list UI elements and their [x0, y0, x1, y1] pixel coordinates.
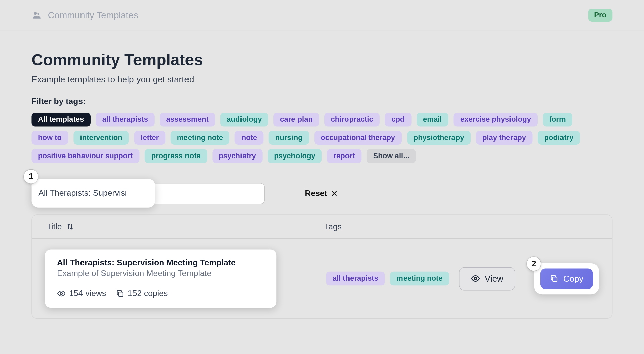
- sort-icon: [66, 223, 74, 230]
- step-badge-1: 1: [23, 169, 38, 184]
- filter-tag[interactable]: psychiatry: [212, 149, 262, 163]
- filter-tag[interactable]: form: [543, 113, 572, 127]
- svg-point-0: [34, 12, 37, 15]
- filter-label: Filter by tags:: [31, 97, 612, 106]
- filter-tag[interactable]: positive behaviour support: [31, 149, 139, 163]
- filter-tag[interactable]: occupational therapy: [314, 131, 402, 145]
- filter-tag[interactable]: intervention: [73, 131, 129, 145]
- filter-tag[interactable]: play therapy: [476, 131, 533, 145]
- copy-button-highlight: 2 Copy: [534, 263, 599, 294]
- search-input-highlight: 1: [31, 179, 155, 208]
- column-header-tags: Tags: [324, 222, 342, 232]
- filter-tag[interactable]: note: [235, 131, 264, 145]
- svg-point-2: [60, 292, 62, 294]
- filter-tag[interactable]: how to: [31, 131, 68, 145]
- svg-rect-5: [553, 277, 557, 281]
- template-title: All Therapists: Supervision Meeting Temp…: [57, 258, 264, 268]
- filter-tag[interactable]: podiatry: [538, 131, 580, 145]
- reset-button[interactable]: Reset: [305, 189, 338, 198]
- eye-icon: [57, 289, 66, 298]
- close-icon: [331, 190, 338, 197]
- table-row: All Therapists: Supervision Meeting Temp…: [32, 239, 612, 318]
- people-icon: [31, 10, 42, 20]
- filter-tag[interactable]: psychology: [268, 149, 322, 163]
- filter-tag[interactable]: physiotherapy: [407, 131, 471, 145]
- filter-tag[interactable]: meeting note: [170, 131, 229, 145]
- svg-point-4: [474, 277, 477, 280]
- filter-tag[interactable]: Show all...: [367, 149, 416, 163]
- svg-point-1: [37, 13, 39, 15]
- filter-tag[interactable]: audiology: [220, 113, 268, 127]
- breadcrumb: Community Templates: [48, 10, 138, 20]
- page-subtitle: Example templates to help you get starte…: [31, 75, 612, 85]
- eye-icon: [471, 274, 481, 283]
- filter-tag[interactable]: nursing: [269, 131, 309, 145]
- filter-tag[interactable]: cpd: [385, 113, 411, 127]
- filter-tag[interactable]: chiropractic: [324, 113, 380, 127]
- svg-rect-3: [118, 292, 123, 296]
- column-header-title[interactable]: Title: [47, 222, 324, 232]
- copy-button[interactable]: Copy: [540, 268, 593, 289]
- templates-table: Title Tags All Therapists: Supervision M…: [31, 215, 612, 319]
- copy-icon: [116, 289, 124, 298]
- filter-tag[interactable]: email: [417, 113, 448, 127]
- filter-tag[interactable]: care plan: [274, 113, 319, 127]
- template-tag[interactable]: meeting note: [390, 272, 449, 286]
- row-tags: all therapistsmeeting note: [326, 272, 449, 286]
- template-subtitle: Example of Supervision Meeting Template: [57, 269, 264, 278]
- page-title: Community Templates: [31, 51, 612, 70]
- filter-tag[interactable]: report: [327, 149, 362, 163]
- search-input[interactable]: [31, 183, 146, 203]
- filter-tag[interactable]: exercise physiology: [454, 113, 538, 127]
- views-stat: 154 views: [57, 289, 106, 298]
- filter-tag[interactable]: letter: [134, 131, 165, 145]
- tag-filter-list: All templatesall therapistsassessmentaud…: [31, 113, 612, 163]
- template-tag[interactable]: all therapists: [326, 272, 385, 286]
- filter-tag[interactable]: All templates: [31, 113, 90, 127]
- reset-label: Reset: [305, 189, 327, 198]
- pro-badge: Pro: [588, 9, 612, 22]
- filter-tag[interactable]: all therapists: [96, 113, 154, 127]
- filter-tag[interactable]: progress note: [145, 149, 207, 163]
- step-badge-2: 2: [527, 256, 541, 271]
- copies-stat: 152 copies: [116, 289, 168, 298]
- copy-icon: [550, 274, 559, 283]
- view-button[interactable]: View: [459, 267, 515, 290]
- template-card[interactable]: All Therapists: Supervision Meeting Temp…: [45, 249, 277, 308]
- filter-tag[interactable]: assessment: [160, 113, 215, 127]
